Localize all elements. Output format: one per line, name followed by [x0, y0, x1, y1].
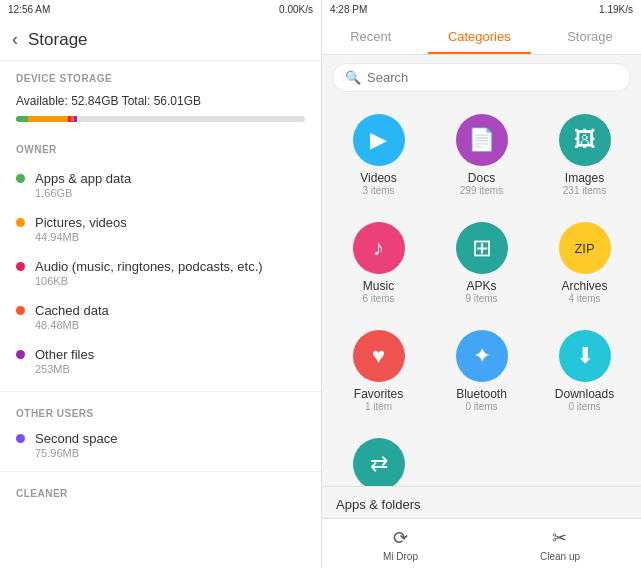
- owner-label: OWNER: [0, 132, 321, 159]
- category-item-images[interactable]: 🖼 Images 231 items: [536, 104, 633, 206]
- favorites-icon: ♥: [353, 330, 405, 382]
- owner-storage-item[interactable]: Pictures, videos 44.94MB: [0, 207, 321, 251]
- status-time-left: 12:56 AM: [8, 4, 50, 15]
- item-size: 1.66GB: [35, 187, 131, 199]
- category-item-docs[interactable]: 📄 Docs 299 items: [433, 104, 530, 206]
- item-size: 48.48MB: [35, 319, 109, 331]
- other-user-item[interactable]: Second space 75.96MB: [0, 423, 321, 467]
- bluetooth-icon: ✦: [456, 330, 508, 382]
- dot-icon: [16, 350, 25, 359]
- category-count: 3 items: [362, 185, 394, 196]
- category-count: 299 items: [460, 185, 503, 196]
- right-panel: 4:28 PM 1.19K/s RecentCategoriesStorage …: [322, 0, 641, 568]
- owner-storage-item[interactable]: Cached data 48.48MB: [0, 295, 321, 339]
- category-name: Bluetooth: [456, 387, 507, 401]
- item-name: Pictures, videos: [35, 215, 127, 230]
- category-name: Archives: [561, 279, 607, 293]
- search-input[interactable]: [367, 70, 618, 85]
- page-title: Storage: [28, 30, 88, 50]
- cleaner-label: CLEANER: [0, 476, 321, 503]
- category-item-ftp[interactable]: ⇄ FTP: [330, 428, 427, 486]
- tab-storage[interactable]: Storage: [547, 19, 633, 54]
- category-item-archives[interactable]: ZIP Archives 4 items: [536, 212, 633, 314]
- status-time-right: 4:28 PM: [330, 4, 367, 15]
- search-icon: 🔍: [345, 70, 361, 85]
- category-count: 9 items: [465, 293, 497, 304]
- storage-bar: [16, 116, 305, 122]
- device-storage-label: DEVICE STORAGE: [0, 61, 321, 88]
- item-name: Apps & app data: [35, 171, 131, 186]
- category-item-videos[interactable]: ▶ Videos 3 items: [330, 104, 427, 206]
- left-panel: 12:56 AM 0.00K/s ‹ Storage DEVICE STORAG…: [0, 0, 322, 568]
- category-name: Favorites: [354, 387, 403, 401]
- status-network-right: 1.19K/s: [599, 4, 633, 15]
- category-count: 0 items: [465, 401, 497, 412]
- category-name: Images: [565, 171, 604, 185]
- apps-folders-label: Apps & folders: [322, 486, 641, 518]
- divider-2: [0, 471, 321, 472]
- category-count: 0 items: [568, 401, 600, 412]
- category-item-music[interactable]: ♪ Music 6 items: [330, 212, 427, 314]
- item-name: Second space: [35, 431, 117, 446]
- bottom-bar: ⟳ Mi Drop ✂ Clean up: [322, 518, 641, 568]
- bottom-btn-icon: ✂: [552, 527, 567, 549]
- category-item-favorites[interactable]: ♥ Favorites 1 item: [330, 320, 427, 422]
- ftp-icon: ⇄: [353, 438, 405, 486]
- category-count: 231 items: [563, 185, 606, 196]
- item-name: Cached data: [35, 303, 109, 318]
- storage-available-text: Available: 52.84GB Total: 56.01GB: [0, 88, 321, 116]
- item-name: Audio (music, ringtones, podcasts, etc.): [35, 259, 263, 274]
- owner-storage-item[interactable]: Other files 253MB: [0, 339, 321, 383]
- category-name: APKs: [466, 279, 496, 293]
- downloads-icon: ⬇: [559, 330, 611, 382]
- bottom-btn-clean-up[interactable]: ✂ Clean up: [540, 527, 580, 562]
- status-bar-left: 12:56 AM 0.00K/s: [0, 0, 321, 19]
- category-count: 1 item: [365, 401, 392, 412]
- item-size: 253MB: [35, 363, 94, 375]
- other-users-label: OTHER USERS: [0, 396, 321, 423]
- category-name: Docs: [468, 171, 495, 185]
- categories-grid: ▶ Videos 3 items 📄 Docs 299 items 🖼 Imag…: [322, 100, 641, 486]
- category-item-apks[interactable]: ⊞ APKs 9 items: [433, 212, 530, 314]
- search-bar[interactable]: 🔍: [332, 63, 631, 92]
- apks-icon: ⊞: [456, 222, 508, 274]
- dot-icon: [16, 174, 25, 183]
- dot-icon: [16, 218, 25, 227]
- bottom-btn-label: Clean up: [540, 551, 580, 562]
- category-item-bluetooth[interactable]: ✦ Bluetooth 0 items: [433, 320, 530, 422]
- bar-pics: [28, 116, 68, 122]
- dot-icon: [16, 434, 25, 443]
- item-name: Other files: [35, 347, 94, 362]
- tab-recent[interactable]: Recent: [330, 19, 411, 54]
- category-count: 4 items: [568, 293, 600, 304]
- bar-other: [74, 116, 77, 122]
- status-network-left: 0.00K/s: [279, 4, 313, 15]
- divider-1: [0, 391, 321, 392]
- music-icon: ♪: [353, 222, 405, 274]
- bottom-btn-icon: ⟳: [393, 527, 408, 549]
- bottom-btn-mi-drop[interactable]: ⟳ Mi Drop: [383, 527, 418, 562]
- tabs-row: RecentCategoriesStorage: [322, 19, 641, 55]
- dot-icon: [16, 306, 25, 315]
- item-size: 106KB: [35, 275, 263, 287]
- item-size: 75.96MB: [35, 447, 117, 459]
- archives-icon: ZIP: [559, 222, 611, 274]
- owner-storage-item[interactable]: Apps & app data 1.66GB: [0, 163, 321, 207]
- back-button[interactable]: ‹: [12, 29, 18, 50]
- item-size: 44.94MB: [35, 231, 127, 243]
- header-left: ‹ Storage: [0, 19, 321, 61]
- tab-categories[interactable]: Categories: [428, 19, 531, 54]
- bar-apps: [16, 116, 28, 122]
- docs-icon: 📄: [456, 114, 508, 166]
- dot-icon: [16, 262, 25, 271]
- owner-storage-item[interactable]: Audio (music, ringtones, podcasts, etc.)…: [0, 251, 321, 295]
- owner-section: Apps & app data 1.66GB Pictures, videos …: [0, 159, 321, 387]
- status-bar-right: 4:28 PM 1.19K/s: [322, 0, 641, 19]
- images-icon: 🖼: [559, 114, 611, 166]
- category-count: 6 items: [362, 293, 394, 304]
- category-name: Music: [363, 279, 394, 293]
- videos-icon: ▶: [353, 114, 405, 166]
- category-item-downloads[interactable]: ⬇ Downloads 0 items: [536, 320, 633, 422]
- other-users-section: Second space 75.96MB: [0, 423, 321, 467]
- bottom-btn-label: Mi Drop: [383, 551, 418, 562]
